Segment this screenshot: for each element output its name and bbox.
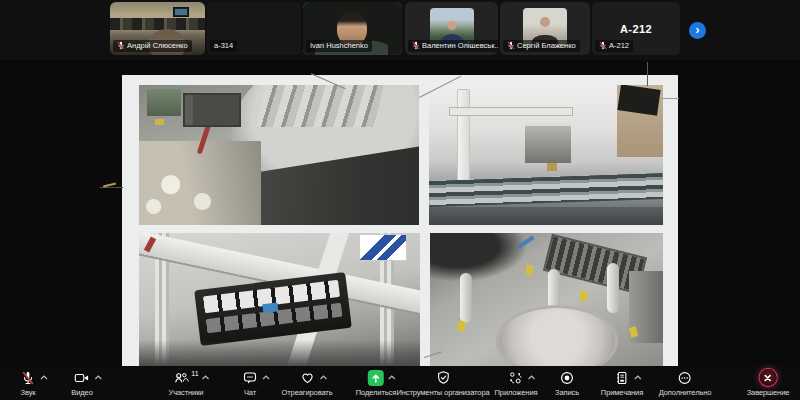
participants-icon	[173, 370, 189, 386]
chevron-up-icon[interactable]	[262, 375, 270, 380]
host-tools-button[interactable]: Инструменты организатора	[396, 369, 489, 397]
participant-name-tag: a-314	[210, 40, 237, 52]
record-button[interactable]: Запись	[555, 369, 579, 397]
participant-name: Ivan Hushchenko	[310, 41, 368, 50]
chevron-right-icon: ›	[696, 24, 700, 36]
machine-photo-bottom-right	[430, 233, 663, 366]
chevron-up-icon[interactable]	[634, 375, 642, 380]
notes-button[interactable]: Примечания	[601, 369, 643, 397]
machine-photo-bottom-left	[139, 233, 420, 366]
chat-bubble-icon	[242, 370, 258, 386]
participants-count: 11	[191, 370, 198, 377]
video-button[interactable]: Видео	[71, 369, 92, 397]
participant-tile-3-active-speaker[interactable]: Ivan Hushchenko	[303, 2, 402, 55]
mic-muted-icon	[599, 41, 607, 50]
shield-icon	[435, 370, 451, 386]
participant-name: Валентин Олішевськ...	[422, 41, 498, 50]
participant-name-tag: Ivan Hushchenko	[306, 40, 372, 52]
mic-muted-icon	[412, 41, 420, 50]
participant-tile-6[interactable]: A-212 A-212	[592, 2, 680, 55]
participant-tile-1[interactable]: Андрій Слюсенко	[110, 2, 205, 55]
next-participants-button[interactable]: ›	[689, 22, 706, 39]
participant-filmstrip: Андрій Слюсенко a-314 Ivan Hushchenko В	[0, 0, 800, 60]
mic-muted-icon	[117, 41, 125, 50]
chevron-up-icon[interactable]	[202, 375, 210, 380]
participant-name-tag: Андрій Слюсенко	[113, 40, 192, 52]
meeting-window: Андрій Слюсенко a-314 Ivan Hushchenko В	[0, 0, 800, 400]
room-label: A-212	[592, 23, 680, 35]
mic-muted-icon	[507, 41, 515, 50]
react-button[interactable]: Отреагировать	[282, 369, 333, 397]
video-camera-icon	[73, 370, 90, 386]
participant-name: A-212	[609, 41, 629, 50]
more-icon	[677, 370, 693, 386]
chevron-up-icon[interactable]	[319, 375, 327, 380]
notes-icon	[614, 370, 630, 386]
chat-button[interactable]: Чат	[242, 369, 258, 397]
heart-icon	[299, 370, 315, 386]
more-button[interactable]: Дополнительно	[659, 369, 712, 397]
machine-photo-top-right	[429, 85, 663, 225]
audio-button[interactable]: Звук	[20, 369, 36, 397]
record-icon	[559, 370, 575, 386]
end-call-icon	[759, 369, 776, 386]
participant-name-tag: A-212	[595, 40, 633, 52]
apps-button[interactable]: Приложения	[495, 369, 538, 397]
chevron-up-icon[interactable]	[94, 375, 102, 380]
participant-name: a-314	[214, 41, 233, 50]
participant-tile-5[interactable]: Сергій Блаженко	[500, 2, 590, 55]
end-meeting-button[interactable]: Завершение	[747, 369, 790, 397]
share-screen-icon	[368, 370, 384, 386]
share-screen-button[interactable]: Поделиться	[356, 369, 396, 397]
mic-muted-icon	[20, 370, 36, 386]
apps-icon	[508, 370, 524, 386]
meeting-toolbar: Звук Видео 11 Участники Чат Отреагироват…	[0, 366, 800, 400]
guide-line	[662, 98, 679, 99]
participant-name-tag: Сергій Блаженко	[503, 40, 580, 52]
machine-photo-top-left	[139, 85, 419, 225]
participant-name: Андрій Слюсенко	[127, 41, 188, 50]
participants-button[interactable]: 11 Участники	[169, 369, 204, 397]
participant-tile-4[interactable]: Валентин Олішевськ...	[405, 2, 498, 55]
participant-tile-2[interactable]: a-314	[207, 2, 301, 55]
chevron-up-icon[interactable]	[528, 375, 536, 380]
shared-screen-stage	[0, 60, 800, 366]
participant-name-tag: Валентин Олішевськ...	[408, 40, 498, 52]
shared-document-canvas	[122, 75, 678, 366]
chevron-up-icon[interactable]	[40, 375, 48, 380]
chevron-up-icon[interactable]	[388, 375, 396, 380]
participant-name: Сергій Блаженко	[517, 41, 576, 50]
vendor-logo	[360, 235, 406, 260]
guide-line	[647, 62, 648, 86]
